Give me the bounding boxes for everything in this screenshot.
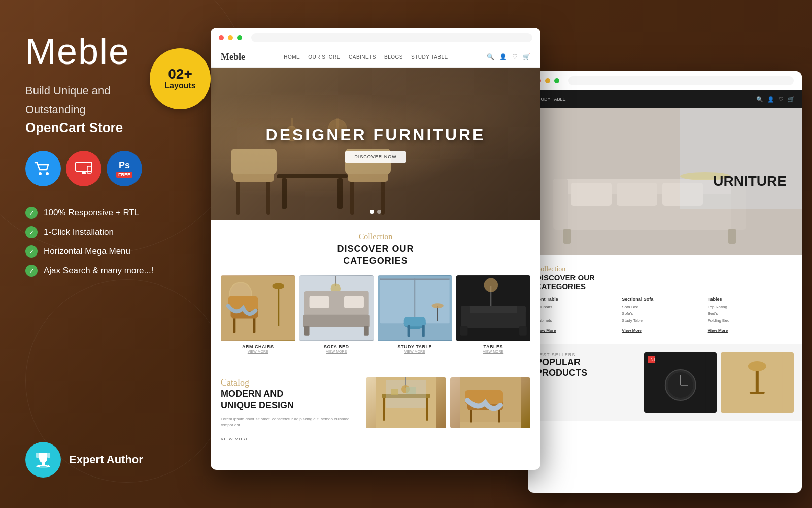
tagline-bold: OpenCart Store (25, 120, 188, 136)
cat-link-study-table[interactable]: VIEW MORE (378, 350, 452, 353)
svg-rect-5 (42, 462, 45, 465)
cat-link-sofa-bed[interactable]: VIEW MORE (299, 350, 374, 353)
svg-rect-85 (680, 108, 802, 209)
sec-dot-minimize[interactable] (545, 78, 550, 83)
view-more-link[interactable]: VIEW MORE (221, 437, 249, 441)
cart-icon[interactable]: 🛒 (523, 53, 530, 61)
cat-link-tables[interactable]: VIEW MORE (456, 350, 531, 353)
svg-rect-37 (303, 314, 369, 327)
sec-col-1-item-2[interactable]: r's (536, 311, 622, 316)
sec-nav-icons: 🔍 👤 ♡ 🛒 (756, 96, 795, 103)
svg-rect-35 (309, 296, 329, 308)
sec-col-2-item-3[interactable]: Study Table (622, 318, 707, 323)
tables-image (456, 275, 531, 341)
svg-rect-77 (553, 179, 568, 230)
trophy-icon (25, 442, 61, 478)
sec-mega-menu: cent Table m Chairs r's Cabinets View Mo… (536, 297, 794, 334)
sec-cart-icon[interactable]: 🛒 (788, 96, 795, 103)
search-icon[interactable]: 🔍 (487, 53, 494, 61)
sec-menu-col-2: Sectional Sofa Sofa Bed Sofa's Study Tab… (622, 297, 707, 334)
sec-col-1-item-1[interactable]: m Chairs (536, 305, 622, 309)
sec-menu-col-3: Tables Top Rating Bed's Folding Bed View… (708, 297, 794, 334)
svg-point-93 (748, 361, 766, 371)
browser-dot-close[interactable] (219, 35, 224, 40)
checklist-item-1: ✓ 100% Responsive + RTL (25, 207, 188, 219)
svg-rect-82 (563, 229, 571, 244)
cat-name-study-table: STUDY TABLE (378, 344, 452, 350)
discover-now-button[interactable]: DISCOVER NOW (345, 151, 406, 163)
sec-col-3-view-more[interactable]: View More (708, 328, 728, 333)
svg-rect-55 (460, 326, 467, 336)
wishlist-icon[interactable]: ♡ (512, 53, 518, 61)
browser-dot-minimize[interactable] (228, 35, 233, 40)
category-sofa-bed: SOFA BED VIEW MORE (299, 275, 374, 353)
nav-our-store[interactable]: OUR STORE (308, 54, 341, 60)
checklist: ✓ 100% Responsive + RTL ✓ 1-Click Instal… (25, 207, 188, 277)
category-grid: ARM CHAIRS VIEW MORE (221, 275, 530, 353)
svg-point-7 (38, 465, 48, 468)
category-study-table: STUDY TABLE VIEW MORE (378, 275, 452, 353)
svg-rect-94 (750, 392, 765, 394)
sec-col-2-item-2[interactable]: Sofa's (622, 311, 707, 316)
cat-name-tables: TABLES (456, 344, 531, 350)
sec-product-1[interactable]: NEW (644, 352, 717, 413)
study-table-image (378, 275, 452, 341)
hero-text: DESIGNER FURNITURE DISCOVER NOW (266, 125, 486, 163)
slider-dots (370, 210, 381, 214)
sec-bottom-tag: BEST SELLERS (536, 352, 636, 357)
category-arm-chairs: ARM CHAIRS VIEW MORE (221, 275, 295, 353)
catalog-text: Catalog MODERN ANDUNIQUE DESIGN Lorem ip… (221, 377, 358, 442)
browser-dot-maximize[interactable] (237, 35, 242, 40)
sec-col-2-view-more[interactable]: View More (622, 328, 641, 333)
sec-col-1-header: cent Table (536, 297, 622, 302)
account-icon[interactable]: 👤 (499, 53, 507, 61)
svg-rect-61 (426, 395, 428, 421)
svg-point-49 (431, 303, 443, 308)
nav-cabinets[interactable]: CABINETS (349, 54, 376, 60)
sec-col-1-item-3[interactable]: Cabinets (536, 318, 622, 323)
sec-script-text: Collection (536, 265, 794, 273)
svg-rect-12 (277, 174, 348, 178)
svg-rect-4 (87, 166, 91, 173)
sofa-bed-image (299, 275, 374, 341)
store-navbar: Meble HOME OUR STORE CABINETS BLOGS STUD… (211, 47, 540, 68)
sec-store-nav: STUDY TABLE 🔍 👤 ♡ 🛒 (528, 90, 802, 108)
svg-rect-13 (282, 178, 287, 209)
categories-script-text: Collection (221, 232, 530, 241)
badge-row: Ps FREE (25, 151, 188, 186)
browser-address-bar[interactable] (251, 33, 532, 42)
hero-section: DESIGNER FURNITURE DISCOVER NOW (211, 68, 540, 220)
sec-wishlist-icon[interactable]: ♡ (779, 96, 784, 103)
sec-address-bar[interactable] (568, 76, 794, 85)
sec-account-icon[interactable]: 👤 (767, 96, 774, 103)
svg-point-58 (484, 278, 497, 292)
nav-study-table[interactable]: STUDY TABLE (411, 54, 448, 60)
slider-dot-1[interactable] (370, 210, 374, 214)
store-nav-links: HOME OUR STORE CABINETS BLOGS STUDY TABL… (284, 54, 448, 60)
slider-dot-2[interactable] (377, 210, 381, 214)
svg-rect-47 (422, 325, 425, 337)
sec-col-3-item-1[interactable]: Top Rating (708, 305, 794, 309)
sec-bottom-text: BEST SELLERS POPULARPRODUCTS (536, 352, 636, 378)
sec-product-2[interactable] (721, 352, 794, 413)
cat-link-arm-chairs[interactable]: VIEW MORE (221, 350, 295, 353)
checklist-item-2: ✓ 1-Click Installation (25, 226, 188, 238)
svg-point-26 (273, 283, 284, 289)
category-tables: TABLES VIEW MORE (456, 275, 531, 353)
nav-blogs[interactable]: BLOGS (384, 54, 403, 60)
sec-col-2-item-1[interactable]: Sofa Bed (622, 305, 707, 309)
svg-rect-79 (571, 183, 612, 206)
badge-responsive (66, 151, 101, 186)
sec-search-icon[interactable]: 🔍 (756, 96, 763, 103)
svg-rect-60 (383, 395, 385, 421)
svg-rect-9 (266, 179, 270, 215)
check-icon-3: ✓ (25, 245, 38, 258)
sec-col-3-item-3[interactable]: Folding Bed (708, 318, 794, 323)
sec-col-3-item-2[interactable]: Bed's (708, 311, 794, 316)
nav-home[interactable]: HOME (284, 54, 300, 60)
sec-bottom-title: POPULARPRODUCTS (536, 357, 636, 378)
sec-dot-maximize[interactable] (554, 78, 559, 83)
badge-photoshop: Ps FREE (107, 151, 142, 186)
catalog-title: MODERN ANDUNIQUE DESIGN (221, 388, 358, 412)
svg-rect-16 (381, 179, 385, 215)
